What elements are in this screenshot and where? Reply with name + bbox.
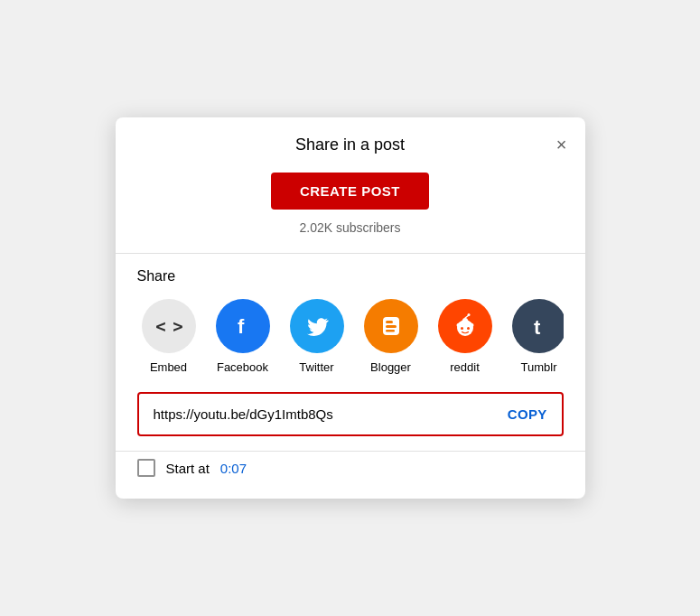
svg-rect-3 [386, 325, 397, 328]
svg-point-8 [461, 327, 463, 330]
svg-point-11 [470, 323, 473, 327]
create-post-button[interactable]: CREATE POST [271, 173, 429, 210]
url-text: https://youtu.be/dGy1Imtb8Qs [154, 406, 333, 422]
blogger-label: Blogger [370, 360, 411, 374]
share-icon-item-blogger[interactable]: Blogger [359, 299, 423, 374]
modal-title: Share in a post [295, 135, 405, 154]
subscribers-count: 2.02K subscribers [299, 220, 400, 235]
svg-text:t: t [534, 316, 541, 339]
share-icon-item-facebook[interactable]: f Facebook [211, 299, 275, 374]
embed-label: Embed [150, 360, 187, 374]
start-at-time[interactable]: 0:07 [220, 461, 247, 476]
close-button[interactable]: × [553, 132, 571, 157]
share-icon-item-embed[interactable]: < > Embed [137, 299, 201, 374]
create-post-section: CREATE POST 2.02K subscribers [116, 165, 585, 253]
svg-rect-2 [386, 321, 393, 323]
svg-rect-4 [386, 330, 395, 332]
start-at-label: Start at [166, 461, 210, 476]
start-at-section: Start at 0:07 [116, 452, 585, 499]
share-modal: Share in a post × CREATE POST 2.02K subs… [116, 117, 585, 499]
facebook-icon: f [216, 299, 270, 353]
share-icon-item-tumblr[interactable]: t Tumblr [508, 299, 564, 374]
modal-header: Share in a post × [116, 117, 585, 165]
share-label: Share [137, 268, 564, 285]
tumblr-label: Tumblr [521, 360, 557, 374]
close-icon: × [556, 135, 567, 154]
share-section: Share < > Embed f Facebook [116, 254, 585, 381]
svg-point-14 [467, 313, 470, 316]
copy-button[interactable]: COPY [493, 406, 547, 422]
facebook-label: Facebook [217, 360, 268, 374]
blogger-icon [364, 299, 418, 353]
twitter-icon [290, 299, 344, 353]
svg-point-9 [467, 327, 470, 330]
url-section: https://youtu.be/dGy1Imtb8Qs COPY [116, 381, 585, 451]
start-at-checkbox[interactable] [137, 459, 155, 477]
reddit-label: reddit [450, 360, 480, 374]
embed-icon: < > [142, 299, 196, 353]
tumblr-icon: t [512, 299, 564, 353]
reddit-icon [438, 299, 492, 353]
svg-point-12 [456, 323, 460, 327]
svg-text:f: f [238, 315, 245, 338]
share-icon-item-twitter[interactable]: Twitter [285, 299, 349, 374]
share-icon-item-reddit[interactable]: reddit [434, 299, 497, 374]
embed-arrows: < > [155, 316, 181, 336]
share-icons-row: < > Embed f Facebook [137, 299, 564, 374]
url-box: https://youtu.be/dGy1Imtb8Qs COPY [137, 392, 564, 436]
twitter-label: Twitter [299, 360, 333, 374]
